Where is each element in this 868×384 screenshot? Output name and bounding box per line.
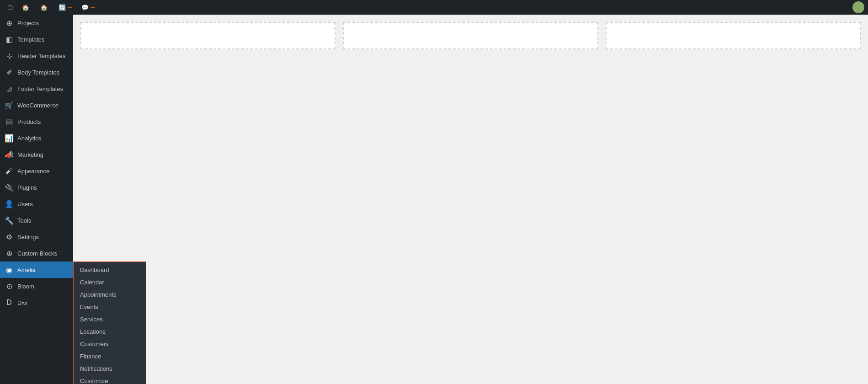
updates-icon: 🔄	[59, 4, 66, 11]
sidebar-item-label-footer-templates: Footer Templates	[17, 85, 63, 92]
bloom-icon: ⊙	[5, 282, 14, 291]
sidebar-item-label-bloom: Bloom	[17, 283, 34, 290]
sidebar-item-appearance[interactable]: 🖌Appearance	[0, 163, 73, 179]
updates-badge	[68, 7, 72, 8]
appearance-icon: 🖌	[5, 167, 14, 175]
comments-icon: 💬	[81, 4, 89, 11]
submenu-item-notifications[interactable]: Notifications	[74, 363, 146, 375]
submenu-item-customize[interactable]: Customize	[74, 375, 146, 384]
custom-blocks-icon: ⊛	[5, 249, 14, 258]
submenu-item-finance[interactable]: Finance	[74, 350, 146, 363]
sidebar-item-products[interactable]: ▤Products	[0, 113, 73, 130]
sidebar-item-label-plugins: Plugins	[17, 184, 37, 191]
dashed-box-2	[343, 22, 598, 49]
plugins-icon: 🔌	[5, 183, 14, 192]
footer-templates-icon: ⊿	[5, 85, 14, 93]
sidebar-item-marketing[interactable]: 📣Marketing	[0, 146, 73, 163]
sidebar-item-settings[interactable]: ⚙Settings	[0, 229, 73, 245]
header-templates-icon: ⊹	[5, 52, 14, 60]
amelia-icon: ◉	[5, 266, 14, 274]
sidebar-item-templates[interactable]: ◧Templates	[0, 31, 73, 48]
sidebar-item-label-projects: Projects	[17, 20, 39, 27]
site-name[interactable]: 🏠	[37, 0, 53, 15]
sidebar-item-label-analytics: Analytics	[17, 135, 41, 142]
avatar[interactable]	[852, 1, 864, 13]
sidebar-item-label-products: Products	[17, 118, 41, 125]
updates-menu[interactable]: 🔄	[55, 0, 76, 15]
tools-icon: 🔧	[5, 216, 14, 225]
sidebar-item-body-templates[interactable]: ✐Body Templates	[0, 64, 73, 80]
sidebar-item-header-templates[interactable]: ⊹Header Templates	[0, 48, 73, 64]
sidebar-item-label-woocommerce: WooCommerce	[17, 102, 59, 109]
sidebar-item-label-tools: Tools	[17, 217, 31, 224]
sidebar-item-label-users: Users	[17, 201, 33, 208]
dashed-boxes-row	[80, 22, 861, 49]
analytics-icon: 📊	[5, 134, 14, 143]
sidebar-item-footer-templates[interactable]: ⊿Footer Templates	[0, 80, 73, 97]
sidebar-item-label-appearance: Appearance	[17, 168, 49, 175]
templates-icon: ◧	[5, 35, 14, 44]
home-icon: 🏠	[22, 4, 29, 11]
sidebar-item-label-amelia: Amelia	[17, 267, 36, 273]
sidebar-item-label-body-templates: Body Templates	[17, 69, 59, 76]
sidebar-item-woocommerce[interactable]: 🛒WooCommerce	[0, 97, 73, 113]
submenu-item-locations[interactable]: Locations	[74, 325, 146, 338]
wp-logo[interactable]: ⬡	[4, 0, 16, 15]
body-templates-icon: ✐	[5, 68, 14, 77]
submenu-item-calendar[interactable]: Calendar	[74, 276, 146, 288]
admin-bar: ⬡ 🏠 🏠 🔄 💬	[0, 0, 868, 15]
sidebar-item-divi[interactable]: DDivi	[0, 294, 73, 311]
sidebar-item-analytics[interactable]: 📊Analytics	[0, 130, 73, 146]
sidebar-item-label-header-templates: Header Templates	[17, 53, 65, 59]
wp-icon: ⬡	[7, 4, 13, 11]
sidebar-item-amelia[interactable]: ◉Amelia	[0, 261, 73, 278]
woocommerce-icon: 🛒	[5, 101, 14, 110]
dashed-box-3	[606, 22, 861, 49]
sidebar-item-projects[interactable]: ⊕Projects	[0, 15, 73, 31]
dashed-box-1	[80, 22, 335, 49]
submenu-item-customers[interactable]: Customers	[74, 338, 146, 350]
marketing-icon: 📣	[5, 150, 14, 159]
comments-badge	[91, 7, 95, 8]
sidebar-item-label-divi: Divi	[17, 299, 27, 306]
sidebar-item-label-settings: Settings	[17, 234, 39, 240]
users-icon: 👤	[5, 200, 14, 208]
sidebar-item-label-marketing: Marketing	[17, 151, 43, 158]
sidebar-item-tools[interactable]: 🔧Tools	[0, 212, 73, 229]
new-content-menu[interactable]	[101, 0, 108, 15]
submenu-item-appointments[interactable]: Appointments	[74, 288, 146, 301]
sidebar-item-label-custom-blocks: Custom Blocks	[17, 250, 57, 257]
site-icon: 🏠	[40, 4, 48, 11]
sidebar-item-bloom[interactable]: ⊙Bloom	[0, 278, 73, 294]
sidebar: ⊕Projects◧Templates⊹Header Templates✐Bod…	[0, 15, 73, 384]
content-area	[73, 15, 868, 384]
submenu-item-events[interactable]: Events	[74, 301, 146, 313]
my-sites-menu[interactable]: 🏠	[18, 0, 35, 15]
sidebar-item-custom-blocks[interactable]: ⊛Custom Blocks	[0, 245, 73, 261]
divi-icon: D	[5, 299, 14, 307]
settings-icon: ⚙	[5, 233, 14, 241]
projects-icon: ⊕	[5, 19, 14, 27]
sidebar-item-label-templates: Templates	[17, 36, 44, 43]
submenu-item-services[interactable]: Services	[74, 313, 146, 325]
amelia-submenu: DashboardCalendarAppointmentsEventsServi…	[73, 261, 146, 384]
products-icon: ▤	[5, 117, 14, 126]
comments-menu[interactable]: 💬	[78, 0, 99, 15]
submenu-item-dashboard[interactable]: Dashboard	[74, 264, 146, 276]
sidebar-item-plugins[interactable]: 🔌Plugins	[0, 179, 73, 196]
sidebar-item-users[interactable]: 👤Users	[0, 196, 73, 212]
